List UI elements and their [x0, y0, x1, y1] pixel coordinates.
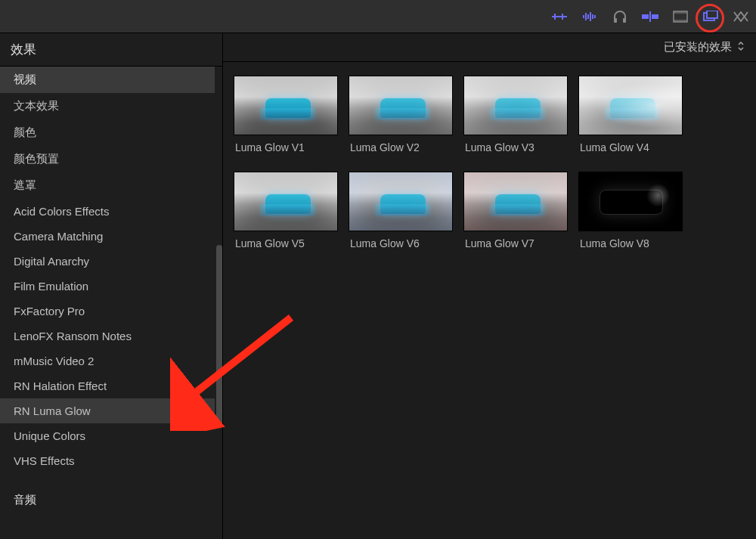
effect-label: Luma Glow V3	[463, 141, 574, 153]
svg-rect-15	[674, 11, 687, 14]
filter-label: 已安装的效果	[664, 40, 732, 54]
effect-luma-glow-v8[interactable]: Luma Glow V8	[578, 172, 689, 249]
sidebar-item-film-emulation[interactable]: Film Emulation	[0, 274, 215, 299]
filmstrip-icon[interactable]	[671, 8, 689, 26]
effects-grid: Luma Glow V1 Luma Glow V2 Luma Glow V3 L…	[223, 62, 756, 263]
svg-rect-3	[583, 15, 584, 18]
svg-rect-8	[594, 15, 596, 18]
sidebar-list: 视频 文本效果 颜色 颜色预置 遮罩 Acid Colors Effects C…	[0, 67, 222, 539]
effect-thumbnail	[578, 172, 683, 231]
svg-rect-16	[674, 20, 687, 22]
svg-rect-13	[649, 11, 651, 22]
svg-rect-6	[590, 12, 591, 21]
sidebar-item-mask[interactable]: 遮罩	[0, 172, 215, 199]
svg-rect-2	[562, 14, 563, 20]
headphones-icon[interactable]	[611, 8, 629, 26]
sidebar-item-camera-matching[interactable]: Camera Matching	[0, 224, 215, 249]
sidebar-item-color-presets[interactable]: 颜色预置	[0, 146, 215, 172]
effect-luma-glow-v3[interactable]: Luma Glow V3	[463, 76, 574, 153]
effect-thumbnail	[349, 76, 453, 135]
sidebar-section-video[interactable]: 视频	[0, 67, 215, 93]
levels-icon[interactable]	[550, 8, 569, 26]
sidebar-item-rn-luma-glow[interactable]: RN Luma Glow	[0, 398, 215, 423]
waveform-icon[interactable]	[581, 8, 599, 26]
sidebar-item-rn-halation[interactable]: RN Halation Effect	[0, 373, 215, 398]
svg-rect-4	[585, 13, 587, 20]
effect-luma-glow-v1[interactable]: Luma Glow V1	[234, 76, 344, 153]
svg-rect-11	[642, 14, 649, 19]
sidebar-item-unique-colors[interactable]: Unique Colors	[0, 423, 215, 448]
effect-luma-glow-v5[interactable]: Luma Glow V5	[234, 172, 344, 249]
svg-rect-12	[652, 14, 658, 19]
svg-rect-5	[587, 14, 589, 19]
sidebar-item-text-effects[interactable]: 文本效果	[0, 93, 215, 119]
sidebar-section-audio[interactable]: 音频	[0, 487, 215, 513]
filter-dropdown[interactable]: 已安装的效果	[223, 33, 756, 62]
effect-luma-glow-v6[interactable]: Luma Glow V6	[349, 172, 459, 249]
svg-rect-18	[707, 11, 717, 18]
effect-thumbnail	[234, 172, 338, 231]
svg-rect-10	[623, 18, 626, 23]
effect-thumbnail	[234, 76, 338, 135]
sidebar-scrollbar[interactable]	[216, 245, 222, 426]
effect-luma-glow-v4[interactable]: Luma Glow V4	[578, 76, 689, 153]
sidebar-item-color[interactable]: 颜色	[0, 119, 215, 146]
effect-luma-glow-v2[interactable]: Luma Glow V2	[349, 76, 459, 153]
content-area: 效果 视频 文本效果 颜色 颜色预置 遮罩 Acid Colors Effect…	[0, 33, 756, 539]
sidebar-item-lenofx[interactable]: LenoFX Ransom Notes	[0, 324, 215, 348]
skimmer-icon[interactable]	[641, 8, 659, 26]
svg-rect-1	[554, 14, 556, 20]
sidebar-item-mmusic[interactable]: mMusic Video 2	[0, 348, 215, 373]
effect-luma-glow-v7[interactable]: Luma Glow V7	[463, 172, 574, 249]
effect-label: Luma Glow V5	[234, 237, 344, 249]
effect-thumbnail	[349, 172, 453, 231]
effects-sidebar: 效果 视频 文本效果 颜色 颜色预置 遮罩 Acid Colors Effect…	[0, 33, 223, 539]
top-toolbar	[0, 0, 756, 33]
sidebar-item-digital-anarchy[interactable]: Digital Anarchy	[0, 249, 215, 274]
effects-main: 已安装的效果 Luma Glow V1 Luma Glow V2 Luma Gl…	[223, 33, 756, 539]
effects-browser-icon[interactable]	[702, 8, 720, 26]
svg-rect-7	[592, 14, 593, 19]
effect-label: Luma Glow V8	[578, 237, 689, 249]
transitions-icon[interactable]	[732, 8, 750, 26]
sidebar-item-vhs[interactable]: VHS Effects	[0, 448, 215, 473]
effect-label: Luma Glow V6	[349, 237, 459, 249]
effect-thumbnail	[463, 172, 568, 231]
chevron-updown-icon	[738, 41, 744, 54]
sidebar-title: 效果	[0, 33, 222, 67]
effect-label: Luma Glow V1	[234, 141, 344, 153]
effect-label: Luma Glow V7	[463, 237, 574, 249]
effect-thumbnail	[463, 76, 568, 135]
effect-label: Luma Glow V4	[578, 141, 689, 153]
effect-label: Luma Glow V2	[349, 141, 459, 153]
effect-thumbnail	[578, 76, 683, 135]
sidebar-item-fxfactory[interactable]: FxFactory Pro	[0, 299, 215, 324]
sidebar-item-acid-colors[interactable]: Acid Colors Effects	[0, 199, 215, 224]
svg-rect-9	[614, 18, 617, 23]
